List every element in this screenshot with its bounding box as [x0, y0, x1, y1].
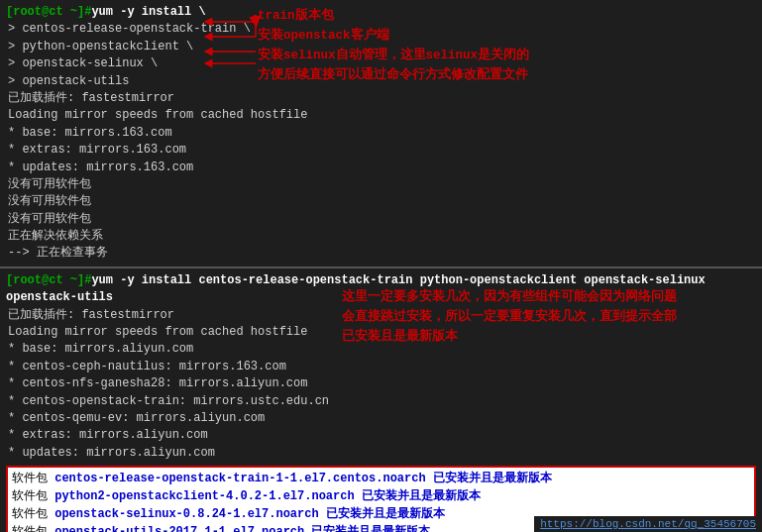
ann-1: 安装openstack客户端	[258, 26, 529, 46]
prompt2: [root@ct ~]#	[6, 273, 91, 287]
checking-trans: --> 正在检查事务	[6, 245, 756, 262]
resolving-deps: 正在解决依赖关系	[6, 228, 756, 245]
mirror-nfs: * centos-nfs-ganesha28: mirrors.aliyun.c…	[6, 375, 756, 392]
pkg-name-3: openstack-selinux-0.8.24-1.el7.noarch 已安…	[54, 507, 445, 521]
section-divider	[0, 266, 762, 268]
mirror-base: * base: mirrors.163.com	[6, 125, 756, 142]
pkg-name-1: centos-release-openstack-train-1-1.el7.c…	[54, 472, 552, 485]
prompt1: [root@ct ~]#	[6, 5, 91, 19]
mirror-qemu: * centos-qemu-ev: mirrors.aliyun.com	[6, 410, 756, 427]
ann-2: 安装selinux自动管理，这里selinux是关闭的	[258, 46, 529, 65]
installed-line-1: 软件包 centos-release-openstack-train-1-1.e…	[12, 470, 750, 487]
loading-mirror: Loading mirror speeds from cached hostfi…	[6, 107, 756, 124]
annotation-top-area: train版本包 安装openstack客户端 安装selinux自动管理，这里…	[258, 6, 529, 85]
mirror-updates2: * updates: mirrors.aliyun.com	[6, 445, 756, 462]
loaded-plugins: 已加载插件: fastestmirror	[6, 90, 756, 107]
mirror-extras: * extras: mirrors.163.com	[6, 142, 756, 159]
ann-3: 方便后续直接可以通过命令行方式修改配置文件	[258, 65, 529, 85]
pkg-label-3: 软件包	[12, 507, 54, 521]
mirror-ceph: * centos-ceph-nautilus: mirrors.163.com	[6, 359, 756, 375]
mirror-updates: * updates: mirrors.163.com	[6, 160, 756, 176]
ann-title: train版本包	[258, 6, 529, 26]
mid-ann-3: 已安装且是最新版本	[342, 327, 677, 347]
annotation-mid-area: 这里一定要多安装几次，因为有些组件可能会因为网络问题 会直接跳过安装，所以一定要…	[342, 287, 677, 347]
footer-url[interactable]: https://blog.csdn.net/qq_35456705	[534, 516, 762, 532]
pkg-label-4: 软件包	[12, 525, 54, 532]
pkg-name-2: python2-openstackclient-4.0.2-1.el7.noar…	[54, 489, 481, 503]
mid-ann-1: 这里一定要多安装几次，因为有些组件可能会因为网络问题	[342, 287, 677, 307]
terminal-window: [root@ct ~]#yum -y install \ > centos-re…	[0, 0, 762, 532]
pkg-label-2: 软件包	[12, 489, 54, 503]
no-pkg-2: 没有可用软件包	[6, 193, 756, 210]
installed-line-2: 软件包 python2-openstackclient-4.0.2-1.el7.…	[12, 487, 750, 505]
mid-ann-2: 会直接跳过安装，所以一定要重复安装几次，直到提示全部	[342, 307, 677, 327]
pkg-label-1: 软件包	[12, 472, 54, 485]
no-pkg-1: 没有可用软件包	[6, 176, 756, 193]
pkg-name-4: openstack-utils-2017.1-1.el7.noarch 已安装并…	[54, 525, 430, 532]
top-cmd: yum -y install \	[91, 5, 205, 19]
mirror-extras2: * extras: mirrors.aliyun.com	[6, 427, 756, 444]
mirror-openstack-train: * centos-openstack-train: mirrors.ustc.e…	[6, 393, 756, 410]
no-pkg-3: 没有可用软件包	[6, 211, 756, 228]
